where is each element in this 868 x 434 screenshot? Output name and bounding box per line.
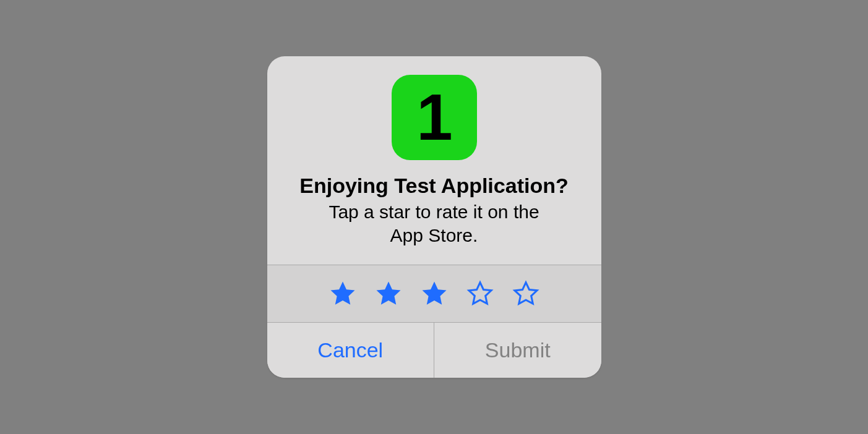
star-4[interactable]: [466, 279, 494, 308]
star-filled-icon: [374, 279, 403, 308]
dialog-subtitle: Tap a star to rate it on the App Store.: [285, 200, 584, 248]
star-1[interactable]: [329, 279, 357, 308]
star-filled-icon: [420, 279, 449, 308]
star-2[interactable]: [374, 279, 403, 308]
star-3[interactable]: [420, 279, 449, 308]
app-icon: 1: [392, 75, 477, 160]
star-outline-icon: [466, 279, 494, 308]
rating-dialog: 1 Enjoying Test Application? Tap a star …: [267, 56, 601, 378]
dialog-title: Enjoying Test Application?: [299, 174, 568, 198]
star-filled-icon: [329, 279, 357, 308]
app-icon-number: 1: [416, 85, 451, 150]
submit-button[interactable]: Submit: [434, 323, 601, 378]
star-rating-row: [267, 265, 601, 322]
star-5[interactable]: [512, 279, 540, 308]
cancel-button[interactable]: Cancel: [267, 323, 435, 378]
dialog-content: 1 Enjoying Test Application? Tap a star …: [267, 56, 601, 265]
dialog-buttons: Cancel Submit: [267, 322, 601, 378]
star-outline-icon: [512, 279, 540, 308]
